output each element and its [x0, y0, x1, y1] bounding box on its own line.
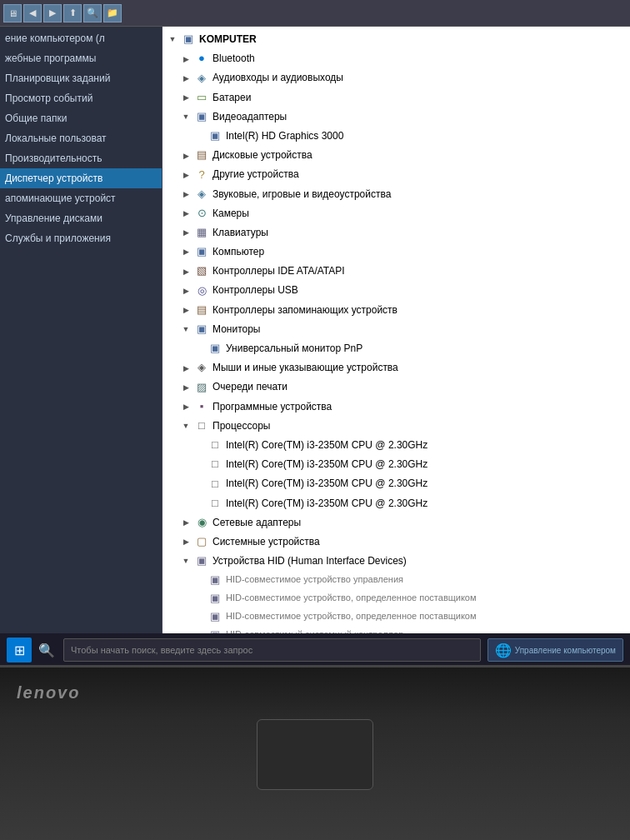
tree-item-3[interactable]: ▶▭Батареи	[162, 88, 630, 108]
tree-item-25[interactable]: ▶◉Сетевые адаптеры	[162, 513, 630, 532]
sidebar-item-1[interactable]: жебные программы	[0, 48, 162, 68]
tree-item-17[interactable]: ▶◈Мыши и иные указывающие устройства	[162, 358, 630, 378]
tree-expander-10[interactable]: ▶	[179, 226, 192, 239]
tree-item-29[interactable]: ▣HID-совместимое устройство, определенно…	[162, 589, 630, 608]
tree-icon-13: ◎	[194, 283, 209, 298]
tree-item-4[interactable]: ▼▣Видеоадаптеры	[162, 108, 630, 127]
tree-expander-8[interactable]: ▶	[179, 188, 192, 201]
tree-expander-7[interactable]: ▶	[179, 168, 192, 182]
tree-label-21: Intel(R) Core(TM) i3-2350M CPU @ 2.30GHz	[226, 438, 428, 453]
sidebar: ение компьютером (лжебные программыПлани…	[0, 27, 162, 667]
tree-item-13[interactable]: ▶◎Контроллеры USB	[162, 281, 630, 300]
tree-expander-2[interactable]: ▶	[179, 72, 192, 85]
tree-item-27[interactable]: ▼▣Устройства HID (Human Interface Device…	[162, 552, 630, 571]
tree-expander-15[interactable]: ▼	[179, 322, 192, 336]
tree-item-0[interactable]: ▼▣KOMPUTER	[162, 30, 630, 49]
tree-expander-12[interactable]: ▶	[179, 265, 192, 278]
tree-expander-5	[192, 130, 206, 143]
tree-expander-25[interactable]: ▶	[179, 516, 192, 529]
sidebar-item-6[interactable]: Производительность	[0, 148, 162, 168]
sidebar-item-10[interactable]: Службы и приложения	[0, 228, 162, 248]
tree-label-15: Мониторы	[212, 322, 260, 338]
toolbar-icon-5[interactable]: 🔍	[83, 4, 102, 22]
start-button[interactable]: ⊞	[7, 638, 32, 662]
tree-expander-27[interactable]: ▼	[179, 555, 192, 568]
tree-item-9[interactable]: ▶⊙Камеры	[162, 204, 630, 223]
tree-item-2[interactable]: ▶◈Аудиовходы и аудиовыходы	[162, 68, 630, 88]
tree-label-11: Компьютер	[212, 244, 264, 260]
tree-item-14[interactable]: ▶▤Контроллеры запоминающих устройств	[162, 301, 630, 320]
tree-icon-9: ⊙	[194, 206, 209, 221]
tree-item-5[interactable]: ▣Intel(R) HD Graphics 3000	[162, 127, 630, 146]
sidebar-item-7[interactable]: Диспетчер устройств	[0, 168, 162, 188]
tree-icon-22: □	[208, 458, 222, 472]
tree-label-29: HID-совместимое устройство, определенное…	[226, 591, 477, 606]
tree-expander-19[interactable]: ▶	[179, 400, 192, 413]
tree-item-15[interactable]: ▼▣Мониторы	[162, 320, 630, 339]
tree-expander-11[interactable]: ▶	[179, 246, 192, 259]
tree-expander-20[interactable]: ▼	[179, 419, 192, 432]
tree-item-12[interactable]: ▶▧Контроллеры IDE ATA/ATAPI	[162, 262, 630, 281]
toolbar-icon-6[interactable]: 📁	[103, 4, 122, 22]
tree-item-20[interactable]: ▼□Процессоры	[162, 417, 630, 436]
tree-expander-1[interactable]: ▶	[179, 52, 192, 66]
tree-expander-18[interactable]: ▶	[179, 381, 192, 394]
tree-item-19[interactable]: ▶▪Программные устройства	[162, 398, 630, 417]
tree-icon-2: ◈	[194, 71, 209, 86]
tree-item-28[interactable]: ▣HID-совместимое устройство управления	[162, 571, 630, 589]
tree-item-7[interactable]: ▶?Другие устройства	[162, 165, 630, 184]
tree-expander-9[interactable]: ▶	[179, 207, 192, 220]
tree-item-18[interactable]: ▶▨Очереди печати	[162, 378, 630, 397]
tree-expander-0[interactable]: ▼	[166, 33, 179, 47]
tree-expander-23	[192, 478, 206, 491]
action-button[interactable]: 🌐 Управление компьютером	[488, 638, 623, 662]
tree-icon-29: ▣	[208, 591, 222, 606]
main-content: ение компьютером (лжебные программыПлани…	[0, 27, 630, 667]
tree-item-8[interactable]: ▶◈Звуковые, игровые и видеоустройства	[162, 185, 630, 204]
tree-item-6[interactable]: ▶▤Дисковые устройства	[162, 146, 630, 165]
tree-item-24[interactable]: □Intel(R) Core(TM) i3-2350M CPU @ 2.30GH…	[162, 494, 630, 513]
search-icon: 🔍	[38, 642, 55, 658]
tree-item-22[interactable]: □Intel(R) Core(TM) i3-2350M CPU @ 2.30GH…	[162, 455, 630, 474]
sidebar-item-9[interactable]: Управление дисками	[0, 208, 162, 228]
tree-expander-3[interactable]: ▶	[179, 91, 192, 104]
tree-expander-17[interactable]: ▶	[179, 362, 192, 375]
tree-item-11[interactable]: ▶▣Компьютер	[162, 242, 630, 262]
tree-item-21[interactable]: □Intel(R) Core(TM) i3-2350M CPU @ 2.30GH…	[162, 436, 630, 455]
tree-label-24: Intel(R) Core(TM) i3-2350M CPU @ 2.30GHz	[226, 496, 428, 512]
toolbar-icon-4[interactable]: ⬆	[63, 4, 82, 22]
sidebar-item-8[interactable]: апоминающие устройст	[0, 188, 162, 208]
tree-label-16: Универсальный монитор PnP	[226, 341, 362, 357]
toolbar-icon-2[interactable]: ◀	[23, 4, 42, 22]
tree-item-16[interactable]: ▣Универсальный монитор PnP	[162, 339, 630, 358]
tree-expander-16	[192, 342, 206, 356]
sidebar-item-2[interactable]: Планировщик заданий	[0, 68, 162, 88]
tree-item-23[interactable]: □Intel(R) Core(TM) i3-2350M CPU @ 2.30GH…	[162, 474, 630, 493]
search-bar[interactable]: Чтобы начать поиск, введите здесь запрос	[63, 638, 481, 662]
sidebar-item-5[interactable]: Локальные пользоват	[0, 128, 162, 148]
sidebar-item-4[interactable]: Общие папки	[0, 108, 162, 128]
tree-icon-21: □	[208, 438, 222, 453]
tree-expander-4[interactable]: ▼	[179, 110, 192, 123]
tree-item-30[interactable]: ▣HID-совместимое устройство, определенно…	[162, 608, 630, 626]
tree-label-23: Intel(R) Core(TM) i3-2350M CPU @ 2.30GHz	[226, 476, 428, 492]
sidebar-item-3[interactable]: Просмотр событий	[0, 88, 162, 108]
tree-item-26[interactable]: ▶▢Системные устройства	[162, 532, 630, 552]
tree-expander-14[interactable]: ▶	[179, 303, 192, 317]
toolbar-icon-3[interactable]: ▶	[43, 4, 62, 22]
tree-icon-30: ▣	[208, 609, 222, 624]
toolbar-icon-1[interactable]: 🖥	[3, 4, 22, 22]
tree-item-1[interactable]: ▶●Bluetooth	[162, 49, 630, 68]
tree-expander-26[interactable]: ▶	[179, 535, 192, 548]
tree-icon-6: ▤	[194, 148, 209, 163]
tree-label-26: Системные устройства	[212, 534, 320, 550]
tree-icon-12: ▧	[194, 264, 209, 279]
tree-icon-23: □	[208, 477, 222, 492]
tree-expander-13[interactable]: ▶	[179, 284, 192, 298]
tree-item-10[interactable]: ▶▦Клавиатуры	[162, 223, 630, 242]
tree-label-3: Батареи	[212, 90, 251, 106]
sidebar-item-0[interactable]: ение компьютером (л	[0, 28, 162, 48]
tree-label-20: Процессоры	[212, 418, 271, 434]
tree-icon-4: ▣	[194, 109, 209, 124]
tree-expander-6[interactable]: ▶	[179, 149, 192, 162]
